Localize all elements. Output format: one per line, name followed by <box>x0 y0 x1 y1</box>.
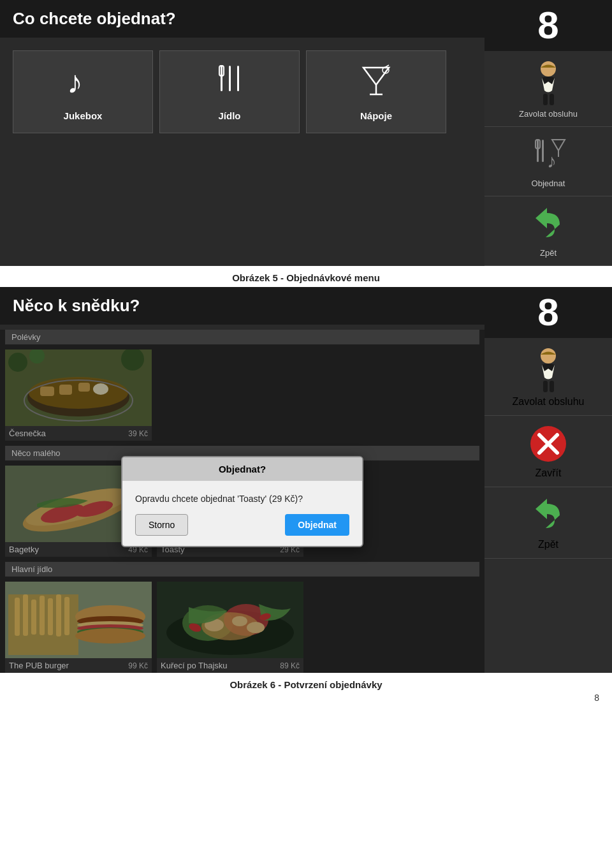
zavolat-label-bottom: Zavolat obsluhu <box>513 396 585 408</box>
caption-2: Obrázek 6 - Potvrzení objednávky <box>0 673 612 693</box>
svg-point-10 <box>541 61 556 77</box>
order-icon-top: ♪ <box>528 135 569 179</box>
svg-rect-3 <box>237 66 239 91</box>
top-title: Co chcete objednat? <box>13 9 472 29</box>
close-icon <box>528 423 569 467</box>
table-number-top: 8 <box>484 0 612 51</box>
svg-point-69 <box>541 348 556 364</box>
jidlo-label: Jídlo <box>218 110 240 121</box>
bottom-side-panel: 8 Zavolat obsluhu <box>484 287 612 673</box>
jukebox-label: Jukebox <box>64 110 103 121</box>
svg-rect-13 <box>550 94 554 105</box>
bottom-section: Něco k snědku? Polévky <box>0 287 612 673</box>
waiter-icon-top <box>528 59 569 109</box>
objednat-btn-top[interactable]: ♪ Objednat <box>484 127 612 196</box>
back-icon-bottom <box>528 495 569 539</box>
menu-grid: ♪ Jukebox Jídlo <box>0 38 484 146</box>
svg-rect-71 <box>543 381 548 392</box>
zpet-label-top: Zpět <box>540 248 557 258</box>
food-icon <box>210 63 249 105</box>
confirm-dialog: Objednat? Opravdu chcete objednat 'Toast… <box>121 456 363 547</box>
svg-rect-12 <box>543 94 548 105</box>
menu-card-jidlo[interactable]: Jídlo <box>159 50 300 133</box>
objednat-confirm-button[interactable]: Objednat <box>285 514 349 536</box>
svg-rect-72 <box>550 381 554 392</box>
zavolat-obsluhu-btn-top[interactable]: Zavolat obsluhu <box>484 51 612 127</box>
food-panel: Něco k snědku? Polévky <box>0 287 484 673</box>
dialog-buttons: Storno Objednat <box>122 514 362 546</box>
svg-marker-5 <box>363 68 389 85</box>
svg-point-11 <box>546 78 551 82</box>
svg-rect-15 <box>542 140 544 162</box>
svg-text:♪: ♪ <box>547 151 557 172</box>
page-number: 8 <box>0 693 612 708</box>
food-header: Něco k snědku? <box>0 287 484 325</box>
waiter-icon-bottom <box>528 346 569 396</box>
svg-rect-2 <box>229 66 231 91</box>
svg-point-70 <box>546 365 551 369</box>
caption-1: Obrázek 5 - Objednávkové menu <box>0 266 612 287</box>
zpet-btn-bottom[interactable]: Zpět <box>484 487 612 559</box>
menu-card-jukebox[interactable]: ♪ Jukebox <box>13 50 153 133</box>
storno-button[interactable]: Storno <box>135 514 188 536</box>
napoje-label: Nápoje <box>360 110 392 121</box>
menu-card-napoje[interactable]: Nápoje <box>306 50 446 133</box>
dialog-overlay: Objednat? Opravdu chcete objednat 'Toast… <box>0 330 484 673</box>
top-side-panel: 8 Zavolat o <box>484 0 612 266</box>
svg-rect-1 <box>221 66 222 91</box>
zavolat-label-top: Zavolat obsluhu <box>519 109 578 119</box>
top-header: Co chcete objednat? <box>0 0 484 38</box>
zpet-label-bottom: Zpět <box>538 539 558 550</box>
zavrit-btn[interactable]: Zavřít <box>484 416 612 487</box>
food-content-wrapper: Polévky <box>0 330 484 673</box>
top-section: Co chcete objednat? ♪ Jukebox <box>0 0 612 266</box>
svg-line-9 <box>386 65 389 67</box>
zavolat-obsluhu-btn-bottom[interactable]: Zavolat obsluhu <box>484 338 612 416</box>
back-icon-top <box>528 204 569 248</box>
table-number-bottom: 8 <box>484 287 612 338</box>
dialog-body: Opravdu chcete objednat 'Toasty' (29 Kč)… <box>122 481 362 514</box>
svg-rect-14 <box>537 140 539 162</box>
dialog-title: Objednat? <box>122 457 362 481</box>
music-icon: ♪ <box>64 63 102 105</box>
food-title: Něco k snědku? <box>13 296 472 316</box>
svg-marker-18 <box>552 140 565 151</box>
main-order-panel: Co chcete objednat? ♪ Jukebox <box>0 0 484 266</box>
zpet-btn-top[interactable]: Zpět <box>484 196 612 266</box>
svg-text:♪: ♪ <box>67 64 83 98</box>
objednat-label-top: Objednat <box>532 179 565 188</box>
zavrit-label: Zavřít <box>536 467 562 479</box>
drink-icon <box>357 63 395 105</box>
